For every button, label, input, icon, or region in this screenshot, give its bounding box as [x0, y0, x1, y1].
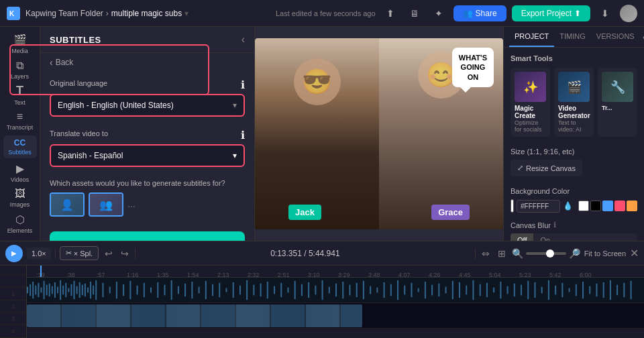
export-button[interactable]: Export Project ⬆ [512, 5, 590, 21]
svg-rect-32 [123, 284, 124, 296]
svg-rect-3 [27, 287, 28, 294]
svg-rect-18 [68, 288, 69, 292]
zoom-in-icon[interactable]: 🔎 [569, 248, 580, 259]
svg-rect-13 [54, 282, 56, 298]
svg-rect-83 [472, 280, 474, 300]
magic-create-card[interactable]: ✨ Magic Create Optimize for socials [511, 68, 550, 137]
svg-rect-46 [219, 283, 220, 297]
text-icon: T [16, 84, 23, 98]
svg-rect-102 [603, 282, 604, 298]
waveform-visual [27, 278, 644, 302]
track-content: :19 :38 :57 1:16 1:35 1:54 2:13 2:32 2:5… [27, 266, 644, 338]
zoom-out-icon[interactable]: 🔍 [512, 248, 523, 259]
sidebar-item-images[interactable]: 🖼 Images [3, 186, 37, 209]
settings-icon-btn[interactable]: ✦ [429, 4, 448, 23]
tab-project[interactable]: PROJECT [509, 27, 554, 47]
original-language-info-icon[interactable]: ℹ [241, 78, 245, 91]
svg-rect-76 [425, 282, 426, 298]
blur-off-btn[interactable]: Off [511, 233, 533, 241]
back-arrow-icon: ‹ [50, 57, 53, 68]
third-tool-card[interactable]: 🔧 Tr... [598, 68, 637, 137]
ruler-mark-3: :57 [97, 272, 105, 278]
palette-orange[interactable] [627, 201, 637, 211]
snap-icon-btn[interactable]: ⊞ [496, 246, 508, 261]
svg-rect-8 [40, 288, 42, 293]
asset-thumb-1[interactable]: 👤 [50, 192, 85, 217]
right-name-badge: Grace [431, 205, 470, 220]
sidebar-item-media[interactable]: 🎬 Media [3, 32, 37, 55]
svg-rect-64 [342, 282, 343, 298]
blur-info-icon[interactable]: ℹ [553, 221, 556, 229]
ruler-mark-17: 5:23 [519, 272, 531, 278]
nav-left-btn[interactable]: ‹ [640, 29, 644, 45]
size-label: Size (1:1, 9:16, etc) [511, 148, 637, 156]
video-gen-card[interactable]: 🎬 Video Generator Text to video: AI [554, 68, 594, 137]
svg-rect-81 [459, 282, 460, 298]
svg-rect-61 [322, 280, 323, 300]
transcript-icon: ≡ [17, 111, 23, 123]
sidebar-item-text[interactable]: T Text [3, 84, 37, 107]
split-h-icon-btn[interactable]: ⇔ [480, 246, 492, 261]
zoom-slider[interactable] [526, 252, 566, 255]
svg-rect-58 [301, 284, 303, 296]
auto-subtitle-button[interactable]: Auto Subtitle › [50, 231, 245, 241]
original-language-select[interactable]: English - English (United States) ▾ [50, 94, 245, 117]
waveform-track[interactable] [27, 278, 644, 303]
asset-thumb-2[interactable]: 👥 [89, 192, 123, 217]
share-button[interactable]: 👥 Share [453, 5, 506, 21]
close-timeline-button[interactable]: ✕ [630, 247, 639, 260]
videos-icon: ▶ [16, 162, 24, 175]
main-area: 🎬 Media ⧉ Layers T Text ≡ Transcript CC … [0, 27, 644, 241]
sidebar-label-videos: Videos [11, 176, 29, 183]
svg-rect-45 [212, 284, 213, 296]
svg-rect-17 [65, 283, 66, 297]
svg-rect-42 [191, 282, 193, 298]
bg-color-section: Background Color 💧 [504, 183, 644, 217]
undo-button[interactable]: ↩ [103, 246, 115, 261]
scissors-icon: ✂ [66, 249, 72, 258]
resize-canvas-button[interactable]: ⤢ Resize Canvas [511, 160, 582, 176]
redo-button[interactable]: ↪ [119, 246, 131, 261]
svg-rect-23 [82, 285, 83, 296]
palette-blue[interactable] [602, 201, 613, 211]
track-label-1 [0, 275, 26, 288]
ruler-mark-13: 4:07 [398, 272, 411, 278]
fit-to-screen-button[interactable]: Fit to Screen [584, 249, 626, 258]
sidebar-item-subtitles[interactable]: CC Subtitles [3, 135, 37, 158]
panel-collapse-btn[interactable]: ‹ [241, 34, 245, 46]
canvas-area: 😎 😊 WHAT'S GOING ON Jack Grace [255, 27, 503, 241]
speed-button[interactable]: 1.0× [27, 247, 51, 260]
svg-rect-94 [548, 280, 549, 300]
color-swatch-white[interactable] [511, 199, 514, 213]
sidebar-item-elements[interactable]: ⬡ Elements [3, 213, 37, 235]
eyedropper-icon[interactable]: 💧 [563, 201, 573, 211]
color-hex-input[interactable] [517, 200, 560, 213]
sidebar-item-layers[interactable]: ⧉ Layers [3, 58, 37, 80]
video-thumbnails-track[interactable] [27, 303, 644, 329]
tab-versions[interactable]: VERSIONS [591, 27, 640, 47]
svg-rect-85 [486, 283, 488, 297]
breadcrumb: Kapwing Team Folder › multiple magic sub… [25, 9, 189, 18]
monitor-icon-btn[interactable]: 🖥 [405, 4, 424, 23]
translate-select[interactable]: Spanish - Español ▾ [50, 144, 245, 167]
sidebar-item-transcript[interactable]: ≡ Transcript [3, 109, 37, 132]
sidebar-item-videos[interactable]: ▶ Videos [3, 161, 37, 184]
upload-icon-btn[interactable]: ⬆ [381, 4, 400, 23]
palette-white[interactable] [578, 201, 589, 211]
palette-pink[interactable] [614, 201, 625, 211]
assets-row: 👤 👥 … [50, 192, 245, 217]
download-icon-btn[interactable]: ⬇ [596, 4, 614, 23]
svg-text:K: K [9, 10, 15, 17]
back-button[interactable]: ‹ Back [40, 53, 254, 72]
magic-create-desc: Optimize for socials [515, 119, 546, 133]
assets-more: … [127, 200, 136, 209]
translate-info-icon[interactable]: ℹ [241, 129, 245, 142]
save-status: Last edited a few seconds ago [276, 9, 376, 17]
palette-black[interactable] [590, 201, 601, 211]
tab-timing[interactable]: TIMING [554, 27, 591, 47]
blur-on-btn[interactable]: On [533, 233, 557, 241]
cut-button[interactable]: ✂ × Spl. [60, 246, 99, 260]
play-button[interactable]: ▶ [5, 245, 23, 262]
toolbar-divider-1 [55, 248, 56, 259]
svg-rect-39 [171, 280, 172, 300]
